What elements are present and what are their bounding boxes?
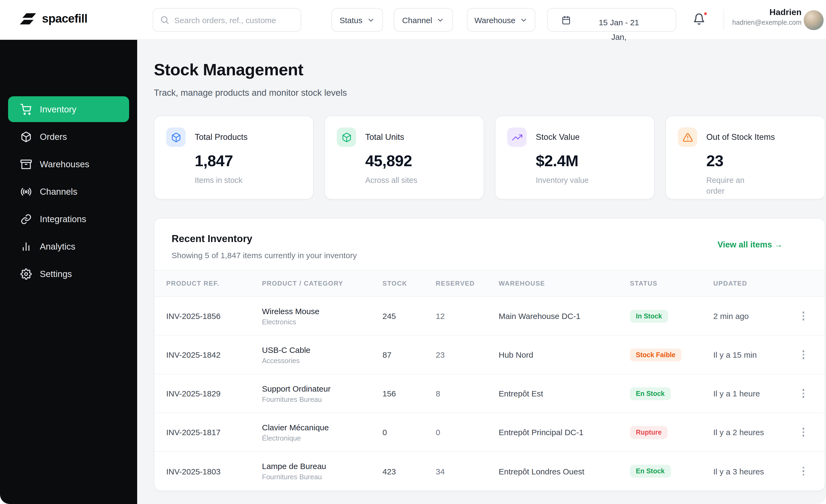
sidebar-item-label: Warehouses xyxy=(40,159,89,169)
row-menu-button[interactable] xyxy=(799,347,808,363)
package-icon xyxy=(337,127,356,147)
row-menu-button[interactable] xyxy=(799,386,808,401)
search-box[interactable] xyxy=(153,8,301,32)
warehouse-name: Main Warehouse DC-1 xyxy=(499,311,630,321)
user-info: Hadrien hadrien@exemple.com xyxy=(732,7,802,26)
stock-value: 156 xyxy=(382,389,436,398)
warehouse-name: Entrepôt Est xyxy=(499,389,630,398)
stat-card-stock-value: Stock Value $2.4M Inventory value xyxy=(495,116,655,200)
chevron-down-icon xyxy=(367,16,375,24)
chevron-down-icon xyxy=(520,16,528,24)
stat-value: 1,847 xyxy=(195,152,301,170)
sidebar: Inventory Orders Warehouses Channels Int… xyxy=(0,40,137,504)
stock-value: 245 xyxy=(382,311,436,321)
search-input[interactable] xyxy=(174,15,294,24)
reserved-value: 0 xyxy=(436,428,499,437)
product-name: USB-C Cable xyxy=(262,345,382,354)
alert-triangle-icon xyxy=(678,127,697,147)
status-badge: Rupture xyxy=(630,426,667,439)
date-range-value: 15 Jan - 21 Jan, xyxy=(598,9,639,44)
package-icon xyxy=(166,127,186,147)
broadcast-icon xyxy=(20,186,32,197)
trending-up-icon xyxy=(507,127,527,147)
recent-inventory-card: Recent Inventory Showing 5 of 1,847 item… xyxy=(154,218,825,491)
column-header-updated: UPDATED xyxy=(713,280,788,287)
date-range-picker[interactable]: 15 Jan - 21 Jan, xyxy=(547,8,676,32)
brand-name: spacefill xyxy=(42,12,87,26)
page-subtitle: Track, manage products and monitor stock… xyxy=(154,88,825,98)
reserved-value: 23 xyxy=(436,350,499,359)
stock-value: 423 xyxy=(382,466,436,476)
sidebar-item-inventory[interactable]: Inventory xyxy=(8,96,129,122)
stat-caption: Inventory value xyxy=(536,175,642,186)
reserved-value: 8 xyxy=(436,389,499,398)
sidebar-item-settings[interactable]: Settings xyxy=(8,261,129,287)
updated-time: 2 min ago xyxy=(713,311,788,321)
product-name: Clavier Mécanique xyxy=(262,423,382,432)
stat-caption: Items in stock xyxy=(195,175,301,186)
stat-label: Total Units xyxy=(365,132,404,142)
table-row: INV-2025-1842 USB-C Cable Accessories 87… xyxy=(155,336,825,374)
calendar-icon xyxy=(562,16,571,25)
product-ref: INV-2025-1842 xyxy=(166,350,262,359)
product-category: Fournitures Bureau xyxy=(262,473,382,481)
table-row: INV-2025-1856 Wireless Mouse Electronics… xyxy=(155,297,825,336)
link-icon xyxy=(20,213,32,225)
sidebar-item-analytics[interactable]: Analytics xyxy=(8,234,129,259)
main-content: Stock Management Track, manage products … xyxy=(137,40,826,504)
product-category: Electronics xyxy=(262,318,382,326)
sidebar-item-integrations[interactable]: Integrations xyxy=(8,206,129,232)
table-row: INV-2025-1829 Support Ordinateur Fournit… xyxy=(155,374,825,413)
channel-filter-dropdown[interactable]: Channel xyxy=(394,8,453,32)
status-filter-dropdown[interactable]: Status xyxy=(331,8,383,32)
column-header-product-category: PRODUCT / CATEGORY xyxy=(262,280,382,287)
product-ref: INV-2025-1856 xyxy=(166,311,262,321)
gear-icon xyxy=(20,268,32,279)
recent-inventory-title: Recent Inventory xyxy=(172,233,808,245)
stat-caption: Across all sites xyxy=(365,175,472,186)
sidebar-item-channels[interactable]: Channels xyxy=(8,179,129,204)
row-menu-button[interactable] xyxy=(799,464,808,479)
view-all-items-link[interactable]: View all items → xyxy=(718,240,783,250)
product-name: Support Ordinateur xyxy=(262,384,382,393)
warehouse-name: Hub Nord xyxy=(499,350,630,359)
product-name: Wireless Mouse xyxy=(262,306,382,315)
table-row: INV-2025-1817 Clavier Mécanique Électron… xyxy=(155,413,825,452)
stock-value: 87 xyxy=(382,350,436,359)
updated-time: Il y a 1 heure xyxy=(713,389,788,398)
column-header-product-ref: PRODUCT REF. xyxy=(166,280,262,287)
chevron-down-icon xyxy=(436,16,445,24)
reserved-value: 12 xyxy=(436,311,499,321)
sidebar-item-orders[interactable]: Orders xyxy=(8,124,129,149)
row-menu-button[interactable] xyxy=(799,309,808,324)
stat-value: 23 xyxy=(706,152,813,170)
recent-inventory-subtitle: Showing 5 of 1,847 items currently in yo… xyxy=(172,251,808,260)
stock-value: 0 xyxy=(382,428,436,437)
sidebar-item-warehouses[interactable]: Warehouses xyxy=(8,151,129,177)
updated-time: Il y a 3 heures xyxy=(713,466,788,476)
product-category: Électronique xyxy=(262,434,382,442)
warehouse-name: Entrepôt Principal DC-1 xyxy=(499,428,630,437)
row-menu-button[interactable] xyxy=(799,425,808,440)
stat-label: Total Products xyxy=(195,132,247,142)
sidebar-item-label: Analytics xyxy=(40,241,75,251)
sidebar-item-label: Settings xyxy=(40,269,72,279)
avatar[interactable] xyxy=(804,10,824,30)
notifications-button[interactable] xyxy=(693,13,707,27)
channel-filter-label: Channel xyxy=(402,15,432,24)
stat-card-total-units: Total Units 45,892 Across all sites xyxy=(324,116,484,200)
bar-chart-icon xyxy=(20,241,32,252)
updated-time: Il y a 2 heures xyxy=(713,428,788,437)
status-badge: Stock Faible xyxy=(630,348,681,361)
column-header-status: STATUS xyxy=(630,280,713,287)
updated-time: Il y a 15 min xyxy=(713,350,788,359)
brand-logo: spacefill xyxy=(19,12,87,26)
user-email: hadrien@exemple.com xyxy=(732,19,802,26)
search-icon xyxy=(160,15,169,25)
stat-value: $2.4M xyxy=(536,152,642,170)
stat-label: Stock Value xyxy=(536,132,580,142)
column-header-warehouse: WAREHOUSE xyxy=(499,280,630,287)
sidebar-item-label: Orders xyxy=(40,131,67,142)
warehouse-filter-dropdown[interactable]: Warehouse xyxy=(467,8,535,32)
status-badge: In Stock xyxy=(630,310,668,322)
